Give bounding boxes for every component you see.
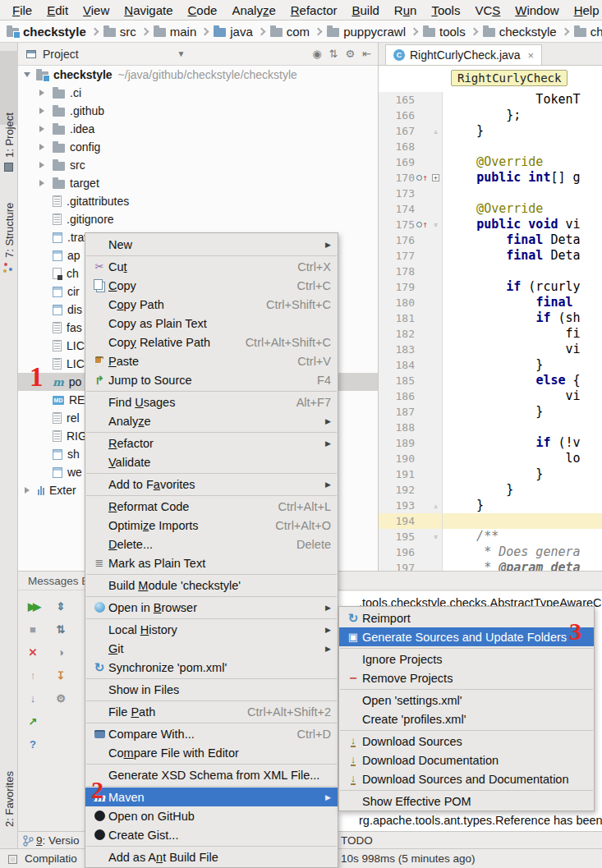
menu-item-synchronize-pom-xml[interactable]: Synchronize 'pom.xml'	[85, 658, 338, 677]
expand-arrow-icon[interactable]	[39, 90, 44, 96]
down-arrow-icon[interactable]: ↓	[25, 690, 41, 706]
breadcrumb-item-java[interactable]: java	[214, 25, 255, 39]
tree-item-target[interactable]: target	[18, 174, 378, 192]
tree-item-gitignore[interactable]: .gitignore	[18, 210, 378, 228]
tree-item-gitattributes[interactable]: .gitattributes	[18, 192, 378, 210]
menu-item-local-history[interactable]: Local History▶	[85, 620, 338, 639]
menu-item-copy[interactable]: CopyCtrl+C	[85, 276, 338, 295]
close-icon[interactable]: ✕	[25, 644, 41, 660]
tree-item-github[interactable]: .github	[18, 102, 378, 120]
scroll-to-source-icon[interactable]: ⇅	[329, 48, 338, 60]
gear-icon[interactable]: ⚙	[345, 48, 355, 60]
tool-tab-todo[interactable]: TODO	[341, 834, 373, 847]
expand-arrow-icon[interactable]	[39, 162, 44, 168]
override-method-icon[interactable]: ↑	[415, 217, 430, 232]
menu-item-delete[interactable]: Delete...Delete	[85, 535, 338, 553]
stop-icon[interactable]: ■	[25, 621, 41, 637]
locate-icon[interactable]: ◉	[312, 48, 321, 60]
breadcrumb-item-checkstyle[interactable]: checkstyle	[483, 25, 558, 39]
menu-item-cut[interactable]: CutCtrl+X	[85, 257, 338, 276]
menu-item-file-path[interactable]: File PathCtrl+Alt+Shift+2	[85, 702, 338, 721]
menu-item-reformat-code[interactable]: Reformat CodeCtrl+Alt+L	[85, 497, 338, 516]
maven-menu-item-download-documentation[interactable]: Download Documentation	[339, 751, 594, 769]
maven-menu-item-open-settings-xml[interactable]: Open 'settings.xml'	[339, 691, 594, 710]
fold-marker-icon[interactable]: ▵	[430, 123, 443, 139]
help-icon[interactable]: ?	[25, 736, 41, 752]
menu-item-jump-to-source[interactable]: Jump to SourceF4	[85, 370, 338, 389]
tool-tab-structure[interactable]: 7: Structure	[3, 203, 16, 258]
menu-item-compare-with[interactable]: Compare With...Ctrl+D	[85, 724, 338, 743]
menu-item-add-to-favorites[interactable]: Add to Favorites▶	[85, 475, 338, 494]
breadcrumb-item-checks[interactable]: checks	[574, 25, 602, 39]
tree-item-idea[interactable]: .idea	[18, 120, 378, 138]
menu-item-mark-as-plain-text[interactable]: Mark as Plain Text	[85, 553, 338, 572]
menu-item-validate[interactable]: Validate	[85, 452, 338, 471]
menubar-item-tools[interactable]: Tools	[424, 3, 467, 17]
menubar-item-edit[interactable]: Edit	[39, 3, 76, 17]
close-tab-icon[interactable]: ×	[528, 49, 535, 62]
maven-menu-item-remove-projects[interactable]: Remove Projects	[339, 668, 594, 687]
fold-marker-icon[interactable]: +	[430, 170, 443, 186]
menu-item-open-on-github[interactable]: Open on GitHub	[85, 806, 338, 825]
expand-arrow-icon[interactable]	[24, 72, 30, 77]
menubar-item-build[interactable]: Build	[344, 3, 386, 17]
expand-arrow-icon[interactable]	[39, 126, 44, 132]
breadcrumb-item-puppycrawl[interactable]: puppycrawl	[327, 25, 407, 39]
collapse-all-icon[interactable]: ⇅	[53, 621, 69, 637]
menu-item-open-in-browser[interactable]: Open in Browser▶	[85, 598, 338, 617]
fold-marker-icon[interactable]: ▵	[430, 498, 443, 513]
override-method-icon[interactable]: ↑	[415, 170, 430, 186]
menu-item-generate-xsd-schema-from-xml-file[interactable]: Generate XSD Schema from XML File...	[85, 765, 338, 784]
menu-item-build-module-checkstyle[interactable]: Build Module 'checkstyle'	[85, 576, 338, 595]
breadcrumb-item-main[interactable]: main	[154, 25, 199, 39]
menubar-item-analyze[interactable]: Analyze	[224, 3, 283, 17]
expand-arrow-icon[interactable]	[39, 144, 44, 150]
menu-item-paste[interactable]: PasteCtrl+V	[85, 351, 338, 370]
expand-arrow-icon[interactable]	[39, 180, 44, 186]
maven-menu-item-generate-sources-and-update-folders[interactable]: Generate Sources and Update Folders	[339, 627, 594, 646]
menubar-item-run[interactable]: Run	[387, 3, 425, 17]
menubar-item-code[interactable]: Code	[181, 3, 225, 17]
expand-arrow-icon[interactable]	[39, 108, 44, 114]
maven-menu-item-download-sources-and-documentation[interactable]: Download Sources and Documentation	[339, 769, 594, 788]
settings-icon[interactable]: ⚙	[53, 690, 69, 706]
breadcrumb-item-com[interactable]: com	[270, 25, 311, 39]
menu-item-create-gist[interactable]: Create Gist...	[85, 825, 338, 844]
tree-item-config[interactable]: config	[18, 138, 378, 156]
fold-marker-icon[interactable]: ▿	[430, 217, 443, 232]
expand-all-icon[interactable]: ⇕	[53, 598, 69, 614]
maven-menu-item-create-profiles-xml[interactable]: Create 'profiles.xml'	[339, 710, 594, 728]
menubar-item-refactor[interactable]: Refactor	[283, 3, 345, 17]
tool-tab-favorites[interactable]: 2: Favorites	[3, 771, 16, 827]
menu-item-copy-relative-path[interactable]: Copy Relative PathCtrl+Alt+Shift+C	[85, 333, 338, 351]
chevron-down-icon[interactable]: ▼	[177, 49, 186, 58]
editor-tab-rightcurlycheck[interactable]: C RightCurlyCheck.java ×	[385, 44, 542, 65]
menu-item-git[interactable]: Git▶	[85, 639, 338, 658]
breadcrumb-item-tools[interactable]: tools	[423, 25, 467, 39]
menu-item-compare-file-with-editor[interactable]: Compare File with Editor	[85, 743, 338, 762]
menubar-item-navigate[interactable]: Navigate	[117, 3, 180, 17]
import-icon[interactable]: ↧	[53, 667, 69, 683]
export-icon[interactable]: ↗	[25, 713, 41, 729]
maven-menu-item-reimport[interactable]: Reimport	[339, 609, 594, 627]
hide-panel-icon[interactable]: ⇤	[362, 48, 371, 60]
breadcrumb-item-checkstyle[interactable]: checkstyle	[7, 25, 88, 39]
maven-menu-item-ignore-projects[interactable]: Ignore Projects	[339, 650, 594, 668]
expand-arrow-icon[interactable]	[25, 487, 30, 494]
soft-wrap-icon[interactable]: ◑	[53, 644, 69, 660]
menu-item-add-as-ant-build-file[interactable]: Add as Ant Build File	[85, 847, 338, 866]
maven-menu-item-download-sources[interactable]: Download Sources	[339, 732, 594, 751]
tree-item-src[interactable]: src	[18, 156, 378, 174]
fold-marker-icon[interactable]: ▿	[430, 529, 443, 544]
menu-item-copy-path[interactable]: Copy PathCtrl+Shift+C	[85, 295, 338, 314]
breadcrumb-item-src[interactable]: src	[103, 25, 138, 39]
menubar-item-view[interactable]: View	[76, 3, 117, 17]
menu-item-find-usages[interactable]: Find UsagesAlt+F7	[85, 393, 338, 411]
menu-item-show-in-files[interactable]: Show in Files	[85, 680, 338, 699]
menubar-item-file[interactable]: File	[5, 3, 39, 17]
up-arrow-icon[interactable]: ↑	[25, 667, 41, 683]
tree-item-ci[interactable]: .ci	[18, 84, 378, 102]
tool-tab-version-control[interactable]: 9: Versio	[36, 834, 87, 847]
menubar-item-vcs[interactable]: VCS	[467, 3, 508, 17]
menu-item-copy-as-plain-text[interactable]: Copy as Plain Text	[85, 314, 338, 333]
